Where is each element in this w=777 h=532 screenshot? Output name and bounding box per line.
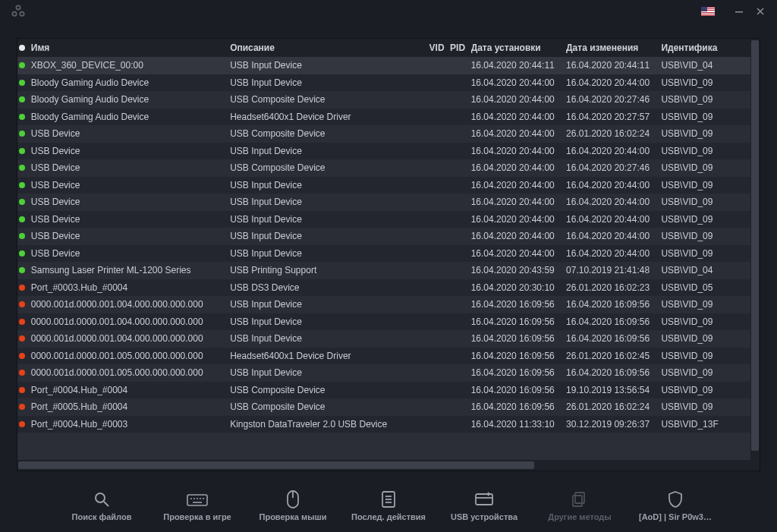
- table-row[interactable]: USB DeviceUSB Composite Device16.04.2020…: [17, 159, 750, 177]
- status-dot-icon: [19, 370, 25, 376]
- cell-id: USB\VID_09: [661, 401, 750, 412]
- cell-modified: 16.04.2020 16:09:56: [566, 367, 661, 378]
- svg-point-6: [96, 493, 105, 502]
- nav-mouse-check[interactable]: Проверка мыши: [255, 490, 331, 521]
- cell-installed: 16.04.2020 16:09:56: [471, 367, 566, 378]
- svg-rect-3: [735, 11, 743, 13]
- status-dot-icon: [19, 353, 25, 359]
- status-dot-icon: [19, 387, 25, 393]
- cell-installed: 16.04.2020 20:44:00: [471, 112, 566, 122]
- col-header-name[interactable]: Имя: [31, 42, 230, 53]
- cell-name: Bloody Gaming Audio Device: [31, 77, 230, 88]
- table-row[interactable]: Bloody Gaming Audio DeviceUSB Input Devi…: [17, 74, 750, 92]
- table-row[interactable]: USB DeviceUSB Composite Device16.04.2020…: [17, 125, 750, 143]
- cell-desc: USB Composite Device: [230, 94, 429, 105]
- locale-flag-icon[interactable]: [701, 7, 715, 16]
- horizontal-scroll-thumb[interactable]: [18, 461, 534, 469]
- cell-name: USB Device: [31, 197, 230, 207]
- status-dot-icon: [19, 114, 25, 120]
- cell-installed: 16.04.2020 20:44:00: [471, 197, 566, 207]
- status-dot-icon: [19, 233, 25, 239]
- cell-name: 0000.001d.0000.001.005.000.000.000.000: [31, 367, 230, 378]
- cell-desc: USB Input Device: [230, 299, 429, 310]
- table-row[interactable]: 0000.001d.0000.001.004.000.000.000.000US…: [17, 330, 750, 348]
- status-dot-icon: [19, 404, 25, 410]
- cell-id: USB\VID_09: [661, 112, 750, 122]
- horizontal-scrollbar[interactable]: [17, 460, 750, 471]
- status-dot-icon: [19, 319, 25, 325]
- table-row[interactable]: Port_#0004.Hub_#0003Kingston DataTravele…: [17, 416, 750, 433]
- nav-label: Послед. действия: [351, 512, 426, 521]
- vertical-scroll-thumb[interactable]: [751, 40, 759, 451]
- table-row[interactable]: Bloody Gaming Audio DeviceHeadset6400x1 …: [17, 109, 750, 126]
- table-row[interactable]: XBOX_360_DEVICE_00:00USB Input Device16.…: [17, 57, 750, 74]
- cell-modified: 26.01.2020 16:02:23: [566, 282, 661, 293]
- nav-last-actions[interactable]: Послед. действия: [351, 490, 426, 521]
- col-header-desc[interactable]: Описание: [230, 42, 429, 53]
- table-row[interactable]: 0000.001d.0000.001.004.000.000.000.000US…: [17, 296, 750, 313]
- cell-name: 0000.001d.0000.001.004.000.000.000.000: [31, 316, 230, 327]
- vertical-scrollbar[interactable]: [750, 39, 760, 460]
- status-dot-icon: [19, 96, 25, 102]
- table-row[interactable]: 0000.001d.0000.001.005.000.000.000.000He…: [17, 348, 750, 365]
- nav-usb-devices[interactable]: USB устройства: [446, 490, 522, 521]
- status-header[interactable]: [17, 45, 31, 51]
- table-row[interactable]: USB DeviceUSB Input Device16.04.2020 20:…: [17, 211, 750, 228]
- shield-icon: [665, 490, 686, 509]
- table-header-row: Имя Описание VID PID Дата установки Дата…: [17, 39, 750, 57]
- svg-rect-24: [573, 496, 582, 506]
- cell-desc: USB Input Device: [230, 214, 429, 225]
- cell-desc: USB Input Device: [230, 60, 429, 71]
- cell-id: USB\VID_09: [661, 146, 750, 156]
- cell-desc: USB DS3 Device: [230, 282, 429, 293]
- cell-modified: 07.10.2019 21:41:48: [566, 265, 661, 275]
- svg-point-1: [12, 12, 16, 16]
- table-row[interactable]: Bloody Gaming Audio DeviceUSB Composite …: [17, 91, 750, 109]
- table-row[interactable]: USB DeviceUSB Input Device16.04.2020 20:…: [17, 245, 750, 263]
- nav-user[interactable]: [AoD] | Sir P0w3…: [637, 490, 713, 521]
- cell-name: XBOX_360_DEVICE_00:00: [31, 60, 230, 71]
- table-row[interactable]: USB DeviceUSB Input Device16.04.2020 20:…: [17, 143, 750, 160]
- col-header-installed[interactable]: Дата установки: [471, 42, 566, 53]
- cell-desc: USB Composite Device: [230, 385, 429, 395]
- cell-installed: 16.04.2020 20:30:10: [471, 282, 566, 293]
- status-dot-icon: [19, 335, 25, 342]
- cell-desc: USB Input Device: [230, 367, 429, 378]
- status-dot-icon: [19, 148, 25, 154]
- titlebar: [0, 0, 777, 23]
- nav-label: Проверка мыши: [260, 512, 327, 521]
- keyboard-icon: [187, 490, 208, 509]
- table-row[interactable]: USB DeviceUSB Input Device16.04.2020 20:…: [17, 194, 750, 211]
- table-row[interactable]: Port_#0005.Hub_#0004USB Composite Device…: [17, 398, 750, 416]
- status-dot-icon: [19, 165, 25, 171]
- status-dot-icon: [19, 216, 25, 222]
- cell-desc: USB Input Device: [230, 146, 429, 156]
- col-header-vid[interactable]: VID: [429, 42, 451, 53]
- nav-label: USB устройства: [451, 512, 517, 521]
- table-row[interactable]: USB DeviceUSB Input Device16.04.2020 20:…: [17, 228, 750, 245]
- table-row[interactable]: Port_#0003.Hub_#0004USB DS3 Device16.04.…: [17, 279, 750, 297]
- close-button[interactable]: [750, 2, 771, 20]
- cell-id: USB\VID_13F: [661, 419, 750, 430]
- cell-id: USB\VID_09: [661, 333, 750, 344]
- table-row[interactable]: Samsung Laser Printer ML-1200 SeriesUSB …: [17, 262, 750, 279]
- status-dot-icon: [19, 80, 25, 86]
- cell-desc: USB Input Device: [230, 231, 429, 241]
- col-header-id[interactable]: Идентифика: [661, 42, 750, 53]
- table-row[interactable]: USB DeviceUSB Input Device16.04.2020 20:…: [17, 177, 750, 194]
- table-row[interactable]: 0000.001d.0000.001.005.000.000.000.000US…: [17, 364, 750, 382]
- cell-modified: 16.04.2020 20:44:11: [566, 60, 661, 71]
- nav-ingame-check[interactable]: Проверка в игре: [159, 490, 235, 521]
- col-header-modified[interactable]: Дата изменения: [566, 42, 661, 53]
- table-row[interactable]: 0000.001d.0000.001.004.000.000.000.000US…: [17, 313, 750, 331]
- col-header-pid[interactable]: PID: [450, 42, 471, 53]
- minimize-button[interactable]: [728, 2, 750, 20]
- nav-other-methods[interactable]: Другие методы: [542, 490, 618, 521]
- app-logo: [9, 2, 27, 20]
- table-row[interactable]: Port_#0004.Hub_#0004USB Composite Device…: [17, 382, 750, 399]
- cell-id: USB\VID_09: [661, 128, 750, 139]
- cell-modified: 30.12.2019 09:26:37: [566, 419, 661, 430]
- nav-search-files[interactable]: Поиск файлов: [64, 490, 140, 521]
- cell-installed: 16.04.2020 20:44:00: [471, 248, 566, 259]
- cell-installed: 16.04.2020 20:44:00: [471, 180, 566, 190]
